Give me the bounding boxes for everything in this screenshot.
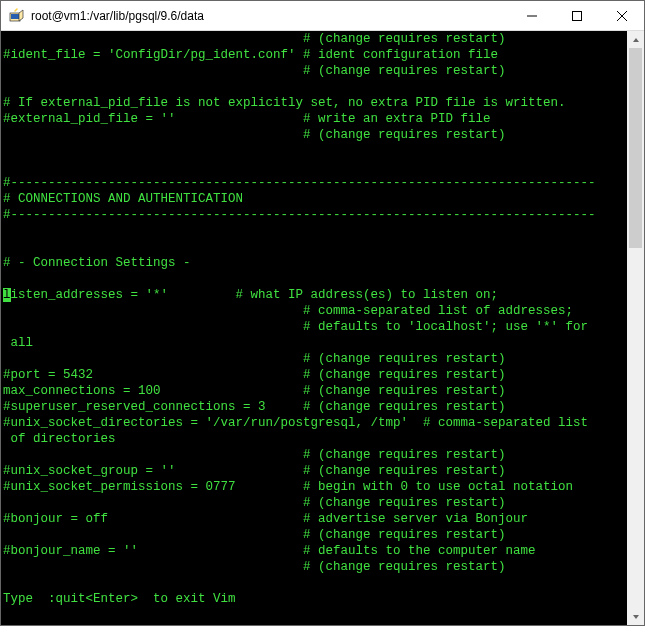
terminal-line: # defaults to 'localhost'; use '*' for [3,319,625,335]
terminal-line: # (change requires restart) [3,31,625,47]
scroll-thumb[interactable] [629,48,642,248]
terminal-line: max_connections = 100 # (change requires… [3,383,625,399]
titlebar[interactable]: root@vm1:/var/lib/pgsql/9.6/data [1,1,644,31]
terminal-line [3,271,625,287]
terminal-line: #bonjour = off # advertise server via Bo… [3,511,625,527]
cursor: l [3,288,11,302]
scroll-up-button[interactable] [627,31,644,48]
terminal-line: # (change requires restart) [3,63,625,79]
terminal-line: #unix_socket_permissions = 0777 # begin … [3,479,625,495]
terminal-line: Type :quit<Enter> to exit Vim [3,591,625,607]
maximize-button[interactable] [554,1,599,30]
terminal-line: #bonjour_name = '' # defaults to the com… [3,543,625,559]
terminal-line: # (change requires restart) [3,447,625,463]
terminal-line [3,159,625,175]
terminal-line [3,143,625,159]
close-button[interactable] [599,1,644,30]
terminal-line: # If external_pid_file is not explicitly… [3,95,625,111]
app-window: root@vm1:/var/lib/pgsql/9.6/data # (chan… [0,0,645,626]
terminal-line: # (change requires restart) [3,495,625,511]
svg-rect-3 [572,11,581,20]
terminal-line: #ident_file = 'ConfigDir/pg_ident.conf' … [3,47,625,63]
terminal-line: #---------------------------------------… [3,207,625,223]
terminal-line [3,79,625,95]
terminal-line: # (change requires restart) [3,527,625,543]
scrollbar[interactable] [627,31,644,625]
putty-icon [9,8,25,24]
terminal-text[interactable]: # (change requires restart)#ident_file =… [1,31,627,625]
terminal-line: #superuser_reserved_connections = 3 # (c… [3,399,625,415]
terminal-line: # comma-separated list of addresses; [3,303,625,319]
terminal-line: #unix_socket_group = '' # (change requir… [3,463,625,479]
terminal-line [3,575,625,591]
svg-rect-1 [11,14,19,19]
terminal-line [3,223,625,239]
terminal-line: # (change requires restart) [3,351,625,367]
terminal-line [3,239,625,255]
terminal-line: # (change requires restart) [3,559,625,575]
scroll-track[interactable] [627,48,644,608]
terminal-line: #external_pid_file = '' # write an extra… [3,111,625,127]
terminal-line: of directories [3,431,625,447]
terminal-line: listen_addresses = '*' # what IP address… [3,287,625,303]
terminal-line: # (change requires restart) [3,127,625,143]
terminal-line: # CONNECTIONS AND AUTHENTICATION [3,191,625,207]
terminal-line: #port = 5432 # (change requires restart) [3,367,625,383]
minimize-button[interactable] [509,1,554,30]
window-title: root@vm1:/var/lib/pgsql/9.6/data [31,9,509,23]
terminal-line: # - Connection Settings - [3,255,625,271]
terminal-line: #---------------------------------------… [3,175,625,191]
terminal-line: #unix_socket_directories = '/var/run/pos… [3,415,625,431]
window-controls [509,1,644,30]
terminal-line: all [3,335,625,351]
terminal-area: # (change requires restart)#ident_file =… [1,31,644,625]
scroll-down-button[interactable] [627,608,644,625]
